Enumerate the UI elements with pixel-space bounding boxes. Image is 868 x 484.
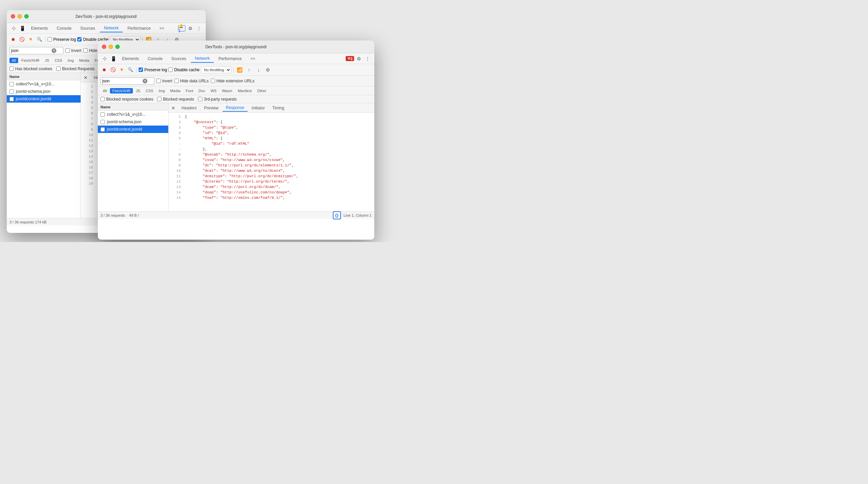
front-filter-manifest[interactable]: Manifest [235, 88, 254, 93]
front-filter-css[interactable]: CSS [143, 88, 156, 93]
front-filter-other[interactable]: Other [255, 88, 269, 93]
front-blocked-requests-checkbox[interactable] [157, 97, 162, 101]
filter-all[interactable]: All [9, 58, 18, 63]
front-inspect-icon[interactable]: ⊹ [100, 55, 109, 63]
tab-more[interactable]: >> [155, 25, 168, 32]
back-search-box[interactable]: ✕ [9, 47, 63, 54]
invert-checkbox[interactable] [65, 48, 70, 53]
front-settings2-icon[interactable]: ⚙ [264, 66, 272, 74]
front-filter-all[interactable]: All [100, 88, 109, 93]
front-code-area[interactable]: 1 { 2 "@context": { 3 "type": "@type", 4… [169, 113, 374, 211]
file-checkbox-3[interactable] [9, 97, 14, 101]
front-tab-network[interactable]: Network [191, 55, 214, 63]
front-wifi-icon[interactable]: 📶 [236, 66, 244, 74]
file-checkbox-2[interactable] [9, 89, 14, 94]
pretty-print-button[interactable]: {} [333, 211, 341, 219]
front-file-item-2[interactable]: jsonld-schema.json [98, 118, 168, 126]
front-disable-cache-label[interactable]: Disable cache [168, 68, 199, 72]
file-item-3[interactable]: jsonldcontext.jsonld [7, 95, 81, 103]
search-button[interactable]: 🔍 [36, 36, 43, 43]
front-detail-timing[interactable]: Timing [269, 105, 288, 111]
front-settings-icon[interactable]: ⚙ [355, 55, 363, 63]
front-close-detail-button[interactable]: ✕ [171, 105, 175, 111]
front-search-box[interactable]: ✕ [100, 77, 154, 85]
front-invert-checkbox[interactable] [156, 79, 161, 83]
front-filter-img[interactable]: Img [156, 88, 167, 93]
front-hide-extension-urls-label[interactable]: Hide extension URLs [211, 79, 255, 83]
front-filter-ws[interactable]: WS [208, 88, 219, 93]
front-disable-cache-checkbox[interactable] [168, 68, 173, 72]
front-filter-wasm[interactable]: Wasm [220, 88, 235, 93]
front-device-icon[interactable]: 📱 [109, 55, 117, 63]
front-tab-console[interactable]: Console [144, 55, 167, 62]
tab-sources[interactable]: Sources [76, 25, 99, 32]
tab-network[interactable]: Network [100, 24, 123, 32]
front-tab-performance[interactable]: Performance [214, 55, 246, 62]
preserve-log-checkbox[interactable] [48, 37, 52, 42]
front-blocked-requests-label[interactable]: Blocked requests [157, 97, 194, 102]
close-button[interactable] [11, 14, 15, 19]
front-minimize-button[interactable] [109, 45, 113, 49]
front-filter-fetch-xhr[interactable]: Fetch/XHR [110, 88, 133, 93]
blocked-cookies-label[interactable]: Has blocked cookies [9, 66, 52, 71]
front-preserve-log-label[interactable]: Preserve log [139, 68, 167, 72]
preserve-log-label[interactable]: Preserve log [48, 37, 76, 42]
device-icon[interactable]: 📱 [18, 24, 26, 32]
front-maximize-button[interactable] [115, 45, 120, 49]
front-search-input[interactable] [102, 79, 143, 83]
front-tab-more[interactable]: >> [247, 55, 259, 62]
invert-label[interactable]: Invert [65, 48, 81, 53]
front-more-icon[interactable]: ⋮ [364, 55, 372, 63]
front-throttle-select[interactable]: No throttling Fast 3G Slow 3G [201, 66, 231, 73]
front-filter-doc[interactable]: Doc [196, 88, 208, 93]
front-file-item-3[interactable]: jsonldcontext.jsonld [98, 126, 168, 133]
front-tab-elements[interactable]: Elements [118, 55, 143, 62]
front-download-icon[interactable]: ↓ [255, 66, 263, 74]
front-clear-button[interactable]: 🚫 [109, 66, 117, 74]
front-file-checkbox-2[interactable] [100, 120, 105, 124]
filter-button[interactable]: ▼ [27, 36, 34, 43]
maximize-button[interactable] [24, 14, 29, 19]
front-detail-preview[interactable]: Preview [201, 105, 222, 111]
front-upload-icon[interactable]: ↑ [245, 66, 253, 74]
front-close-button[interactable] [102, 45, 106, 49]
front-filter-button[interactable]: ▼ [118, 66, 125, 74]
blocked-requests-checkbox[interactable] [56, 66, 61, 71]
hide-data-urls-checkbox[interactable] [83, 48, 88, 53]
more-icon[interactable]: ⋮ [195, 24, 203, 32]
front-filter-js[interactable]: JS [134, 88, 143, 93]
front-detail-initiator[interactable]: Initiator [248, 105, 268, 111]
front-preserve-log-checkbox[interactable] [139, 68, 143, 72]
inspect-icon[interactable]: ⊹ [9, 24, 18, 32]
notifications-icon[interactable]: 🔔 1 [178, 25, 185, 31]
front-file-item-1[interactable]: collect?v=1&_v=j10... [98, 111, 168, 118]
front-record-button[interactable]: ⏺ [100, 66, 108, 74]
front-file-checkbox-1[interactable] [100, 112, 105, 117]
filter-media[interactable]: Media [77, 58, 92, 63]
filter-js[interactable]: JS [42, 58, 52, 63]
close-detail-button[interactable]: ✕ [84, 75, 88, 80]
tab-elements[interactable]: Elements [27, 25, 52, 32]
front-detail-response[interactable]: Response [223, 104, 248, 112]
front-invert-label[interactable]: Invert [156, 79, 172, 83]
file-item-1[interactable]: collect?v=1&_v=j10... [7, 80, 81, 88]
file-checkbox-1[interactable] [9, 82, 14, 86]
blocked-requests-label[interactable]: Blocked Requests [56, 66, 95, 71]
clear-search-button[interactable]: ✕ [52, 48, 56, 53]
record-button[interactable]: ⏺ [9, 36, 17, 43]
tab-performance[interactable]: Performance [123, 25, 155, 32]
filter-fetch-xhr[interactable]: Fetch/XHR [19, 58, 42, 63]
settings-icon[interactable]: ⚙ [186, 24, 194, 32]
front-third-party-label[interactable]: 3rd-party requests [198, 97, 236, 102]
front-filter-media[interactable]: Media [168, 88, 183, 93]
search-input[interactable] [11, 48, 52, 53]
filter-css[interactable]: CSS [52, 58, 65, 63]
front-hide-data-urls-label[interactable]: Hide data URLs [174, 79, 209, 83]
minimize-button[interactable] [18, 14, 22, 19]
front-file-checkbox-3[interactable] [100, 127, 105, 132]
file-item-2[interactable]: jsonld-schema.json [7, 88, 81, 95]
front-tab-sources[interactable]: Sources [167, 55, 190, 62]
front-hide-data-urls-checkbox[interactable] [174, 79, 179, 83]
front-search-button[interactable]: 🔍 [127, 66, 134, 74]
front-blocked-cookies-checkbox[interactable] [100, 97, 105, 101]
